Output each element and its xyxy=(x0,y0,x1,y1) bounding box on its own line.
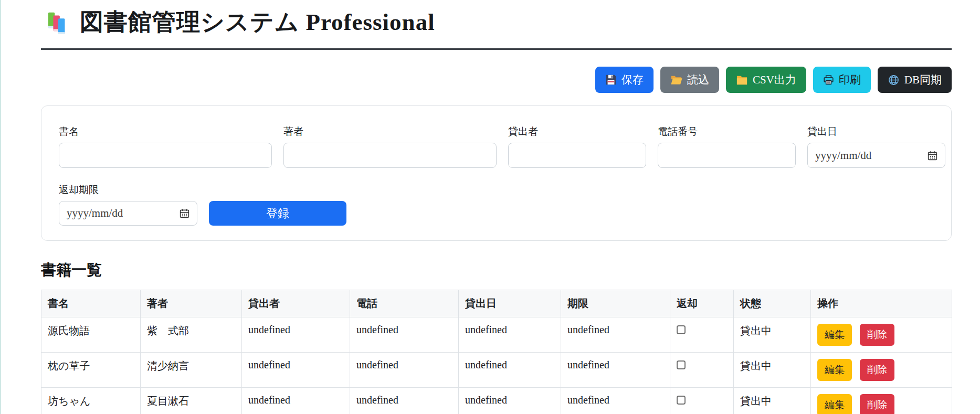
csv-export-button[interactable]: CSV出力 xyxy=(726,67,806,93)
cell-loandate: undefined xyxy=(459,388,561,414)
field-phone: 電話番号 xyxy=(658,125,796,168)
form-row-1: 書名 著者 貸出者 電話番号 貸出日 yyyy/mm/dd xyxy=(59,125,951,168)
cell-returned xyxy=(670,317,734,353)
phone-input[interactable] xyxy=(658,143,796,168)
cell-status: 貸出中 xyxy=(734,388,811,414)
phone-label: 電話番号 xyxy=(658,125,796,139)
window-edge-strip xyxy=(0,0,1,414)
open-folder-icon xyxy=(670,74,682,86)
cell-returned xyxy=(670,388,734,414)
field-title: 書名 xyxy=(59,125,272,168)
table-row: 枕の草子 清少納言 undefined undefined undefined … xyxy=(41,353,952,388)
cell-actions: 編集 削除 xyxy=(811,353,952,388)
loan-date-placeholder: yyyy/mm/dd xyxy=(815,149,871,162)
col-header-phone: 電話 xyxy=(350,290,459,317)
db-sync-button-label: DB同期 xyxy=(904,72,942,87)
title-input[interactable] xyxy=(59,143,272,168)
borrower-input[interactable] xyxy=(508,143,646,168)
due-date-input[interactable]: yyyy/mm/dd xyxy=(59,201,197,226)
load-button[interactable]: 読込 xyxy=(660,67,719,93)
col-header-author: 著者 xyxy=(141,290,242,317)
edit-button[interactable]: 編集 xyxy=(817,359,852,381)
globe-icon xyxy=(888,74,900,86)
cell-due: undefined xyxy=(561,388,670,414)
field-due-date: 返却期限 yyyy/mm/dd xyxy=(59,183,197,226)
delete-button[interactable]: 削除 xyxy=(860,324,894,346)
toolbar: 保存 読込 CSV出力 xyxy=(41,67,952,93)
cell-phone: undefined xyxy=(350,388,459,414)
borrower-label: 貸出者 xyxy=(508,125,646,139)
col-header-actions: 操作 xyxy=(811,290,952,317)
cell-title: 坊ちゃん xyxy=(41,388,141,414)
book-table: 書名 著者 貸出者 電話 貸出日 期限 返却 状態 操作 源氏物語 紫 式部 u… xyxy=(41,290,952,414)
cell-phone: undefined xyxy=(350,317,459,353)
db-sync-button[interactable]: DB同期 xyxy=(878,67,952,93)
cell-borrower: undefined xyxy=(242,388,350,414)
col-header-loandate: 貸出日 xyxy=(459,290,561,317)
cell-actions: 編集 削除 xyxy=(811,388,952,414)
col-header-due: 期限 xyxy=(561,290,670,317)
csv-export-button-label: CSV出力 xyxy=(753,72,796,87)
delete-button[interactable]: 削除 xyxy=(860,394,894,414)
floppy-disk-icon xyxy=(605,74,617,86)
cell-returned xyxy=(670,353,734,388)
field-loan-date: 貸出日 yyyy/mm/dd xyxy=(807,125,945,168)
page-container: 図書館管理システム Professional 保存 xyxy=(41,0,952,414)
book-list-heading: 書籍一覧 xyxy=(41,260,952,281)
edit-button[interactable]: 編集 xyxy=(817,324,852,346)
register-button[interactable]: 登録 xyxy=(209,201,346,226)
save-button-label: 保存 xyxy=(621,72,644,87)
cell-status: 貸出中 xyxy=(734,353,811,388)
field-author: 著者 xyxy=(283,125,497,168)
table-row: 坊ちゃん 夏目漱石 undefined undefined undefined … xyxy=(41,388,952,414)
due-date-placeholder: yyyy/mm/dd xyxy=(67,207,123,220)
cell-title: 源氏物語 xyxy=(41,317,141,353)
return-checkbox[interactable] xyxy=(677,360,686,369)
app-header: 図書館管理システム Professional xyxy=(41,0,952,50)
col-header-returned: 返却 xyxy=(670,290,734,317)
calendar-icon[interactable] xyxy=(927,150,938,161)
folder-icon xyxy=(736,74,748,86)
loan-date-input[interactable]: yyyy/mm/dd xyxy=(807,143,945,168)
cell-author: 紫 式部 xyxy=(141,317,242,353)
print-button[interactable]: 印刷 xyxy=(813,67,871,93)
cell-loandate: undefined xyxy=(459,317,561,353)
load-button-label: 読込 xyxy=(687,72,709,87)
save-button[interactable]: 保存 xyxy=(595,67,654,93)
field-borrower: 貸出者 xyxy=(508,125,646,168)
calendar-icon[interactable] xyxy=(179,208,190,219)
delete-button[interactable]: 削除 xyxy=(860,359,894,381)
book-entry-form: 書名 著者 貸出者 電話番号 貸出日 yyyy/mm/dd xyxy=(41,105,952,241)
col-header-borrower: 貸出者 xyxy=(242,290,350,317)
cell-due: undefined xyxy=(561,317,670,353)
col-header-status: 状態 xyxy=(734,290,811,317)
col-header-title: 書名 xyxy=(41,290,141,317)
author-input[interactable] xyxy=(283,143,497,168)
cell-title: 枕の草子 xyxy=(41,353,141,388)
loan-date-label: 貸出日 xyxy=(807,125,945,139)
cell-borrower: undefined xyxy=(242,317,350,353)
print-button-label: 印刷 xyxy=(839,72,861,87)
table-row: 源氏物語 紫 式部 undefined undefined undefined … xyxy=(41,317,952,353)
cell-phone: undefined xyxy=(350,353,459,388)
author-label: 著者 xyxy=(283,125,497,139)
table-header-row: 書名 著者 貸出者 電話 貸出日 期限 返却 状態 操作 xyxy=(41,290,952,317)
return-checkbox[interactable] xyxy=(677,325,686,334)
cell-loandate: undefined xyxy=(459,353,561,388)
return-checkbox[interactable] xyxy=(677,396,686,405)
form-row-2: 返却期限 yyyy/mm/dd 登 xyxy=(59,183,951,226)
edit-button[interactable]: 編集 xyxy=(817,394,852,414)
cell-borrower: undefined xyxy=(242,353,350,388)
cell-author: 清少納言 xyxy=(141,353,242,388)
cell-status: 貸出中 xyxy=(734,317,811,353)
printer-icon xyxy=(823,75,834,86)
due-date-label: 返却期限 xyxy=(59,183,197,197)
page-title: 図書館管理システム Professional xyxy=(80,6,435,38)
cell-author: 夏目漱石 xyxy=(141,388,242,414)
books-logo-icon xyxy=(46,10,70,34)
cell-actions: 編集 削除 xyxy=(811,317,952,353)
cell-due: undefined xyxy=(561,353,670,388)
title-label: 書名 xyxy=(59,125,272,139)
